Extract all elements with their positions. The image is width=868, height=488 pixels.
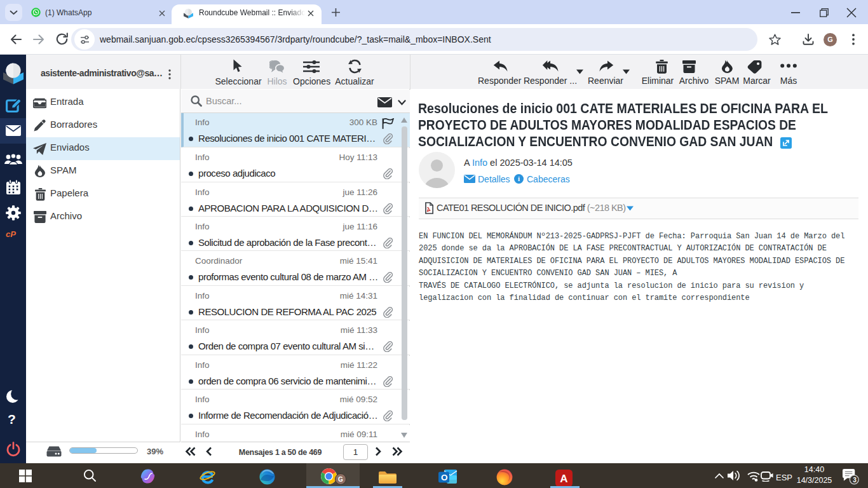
svg-text:3: 3 [853,477,857,484]
svg-text:A: A [560,473,567,485]
svg-text:O: O [441,473,448,482]
